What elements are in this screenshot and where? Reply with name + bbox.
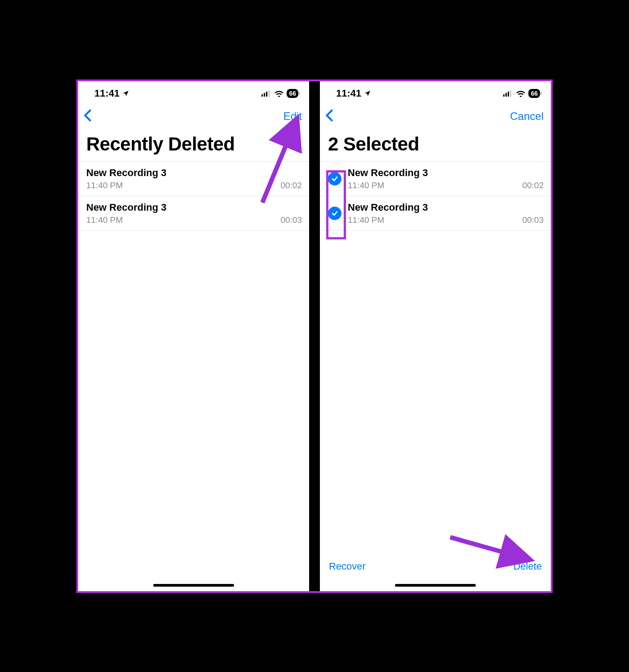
recording-duration: 00:03 xyxy=(280,215,302,225)
back-button[interactable] xyxy=(84,109,92,124)
recording-time: 11:40 PM xyxy=(348,181,384,190)
status-bar: 11:41 66 xyxy=(320,81,551,101)
recording-list: New Recording 3 11:40 PM 00:02 New Recor… xyxy=(320,162,551,553)
svg-rect-8 xyxy=(508,92,509,97)
svg-rect-0 xyxy=(261,94,263,97)
recording-list: New Recording 3 11:40 PM 00:02 New Recor… xyxy=(78,162,309,591)
recording-duration: 00:02 xyxy=(280,181,302,190)
recording-name: New Recording 3 xyxy=(86,202,302,213)
chevron-left-icon xyxy=(84,109,92,122)
battery-icon: 66 xyxy=(287,89,298,98)
nav-bar: Cancel xyxy=(320,101,551,125)
location-icon xyxy=(364,90,371,97)
svg-rect-7 xyxy=(505,93,507,97)
home-indicator xyxy=(395,584,476,587)
cellular-icon xyxy=(503,90,513,97)
recording-duration: 00:03 xyxy=(522,215,544,225)
recording-duration: 00:02 xyxy=(522,181,544,190)
screenshot-left: 11:41 66 Edit Recently Deleted New Recor… xyxy=(78,81,309,591)
recording-row[interactable]: New Recording 3 11:40 PM 00:02 xyxy=(78,162,309,196)
svg-rect-6 xyxy=(503,94,505,97)
recording-name: New Recording 3 xyxy=(348,202,544,213)
delete-button[interactable]: Delete xyxy=(513,561,542,572)
status-time: 11:41 xyxy=(336,88,361,99)
chevron-left-icon xyxy=(325,109,333,122)
wifi-icon xyxy=(516,90,526,97)
location-icon xyxy=(122,90,129,97)
selection-checkmark[interactable] xyxy=(328,172,341,186)
selection-checkmark[interactable] xyxy=(328,207,341,220)
cellular-icon xyxy=(261,90,271,97)
home-indicator xyxy=(153,584,234,587)
battery-icon: 66 xyxy=(528,89,540,98)
recording-row[interactable]: New Recording 3 11:40 PM 00:03 xyxy=(320,196,551,231)
recording-time: 11:40 PM xyxy=(86,181,123,190)
svg-rect-9 xyxy=(510,90,511,97)
recording-row[interactable]: New Recording 3 11:40 PM 00:03 xyxy=(78,196,309,231)
edit-button[interactable]: Edit xyxy=(283,110,302,123)
wifi-icon xyxy=(274,90,284,97)
svg-rect-3 xyxy=(268,90,270,97)
recording-time: 11:40 PM xyxy=(86,215,123,225)
screenshot-right: 11:41 66 Cancel 2 Selected New Re xyxy=(314,81,551,591)
page-title: Recently Deleted xyxy=(78,125,309,162)
back-button[interactable] xyxy=(325,109,333,124)
page-title: 2 Selected xyxy=(320,125,551,162)
check-icon xyxy=(331,210,338,217)
status-time: 11:41 xyxy=(94,88,120,99)
svg-rect-2 xyxy=(266,92,267,97)
status-bar: 11:41 66 xyxy=(78,81,309,101)
svg-rect-1 xyxy=(264,93,265,97)
cancel-button[interactable]: Cancel xyxy=(510,110,544,123)
recover-button[interactable]: Recover xyxy=(329,561,366,572)
recording-row[interactable]: New Recording 3 11:40 PM 00:02 xyxy=(320,162,551,196)
recording-name: New Recording 3 xyxy=(86,167,302,179)
recording-time: 11:40 PM xyxy=(348,215,384,225)
recording-name: New Recording 3 xyxy=(348,167,544,179)
check-icon xyxy=(331,175,338,182)
nav-bar: Edit xyxy=(78,101,309,125)
